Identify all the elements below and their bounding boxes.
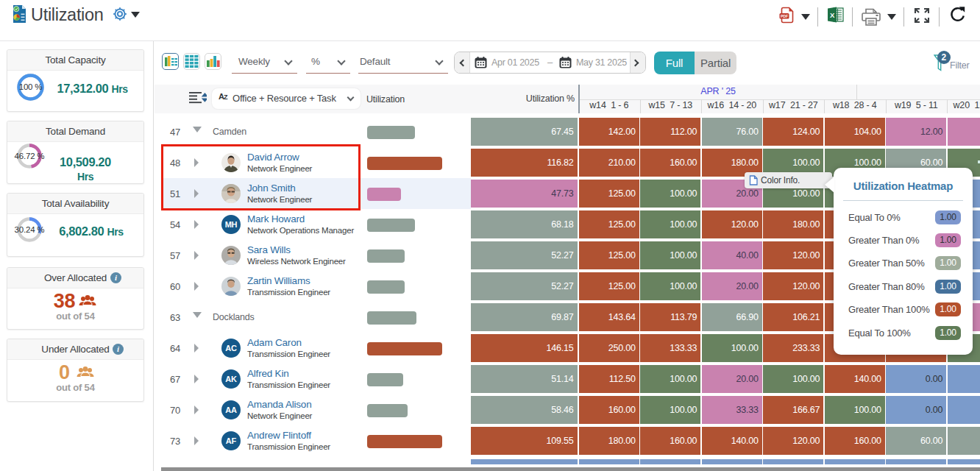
svg-text:PDF: PDF <box>781 14 788 18</box>
svg-text:X: X <box>830 11 835 19</box>
